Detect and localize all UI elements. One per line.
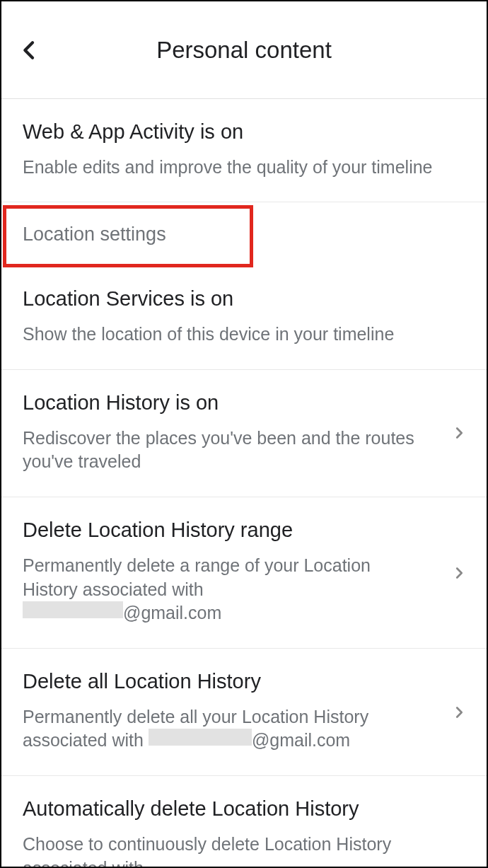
location-settings-label: Location settings: [23, 224, 465, 245]
location-history-title: Location History is on: [23, 390, 430, 417]
redacted-email-prefix: xxxxxx: [23, 601, 123, 618]
location-settings-header: Location settings: [1, 202, 487, 255]
email-suffix: @gmail.com: [123, 603, 221, 623]
header: Personal content: [1, 1, 487, 99]
delete-all-location-row[interactable]: Delete all Location History Permanently …: [1, 649, 487, 776]
location-history-row[interactable]: Location History is on Rediscover the pl…: [1, 370, 487, 497]
web-app-activity-subtitle: Enable edits and improve the quality of …: [23, 156, 465, 180]
delete-location-range-row[interactable]: Delete Location History range Permanentl…: [1, 497, 487, 649]
auto-delete-location-row[interactable]: Automatically delete Location History Ch…: [1, 776, 487, 868]
auto-delete-location-title: Automatically delete Location History: [23, 796, 430, 823]
auto-delete-location-subtitle: Choose to continuously delete Location H…: [23, 833, 430, 868]
delete-location-range-subtitle: Permanently delete a range of your Locat…: [23, 554, 430, 625]
location-services-row[interactable]: Location Services is on Show the locatio…: [1, 255, 487, 369]
redacted-email-prefix: xxxxxx: [149, 729, 252, 746]
back-icon[interactable]: [18, 39, 41, 62]
web-app-activity-title: Web & App Activity is on: [23, 119, 465, 146]
location-services-subtitle: Show the location of this device in your…: [23, 323, 465, 347]
delete-location-range-title: Delete Location History range: [23, 517, 430, 544]
chevron-right-icon: [451, 425, 467, 441]
delete-all-location-title: Delete all Location History: [23, 669, 430, 695]
email-suffix: @gmail.com: [252, 730, 350, 750]
chevron-right-icon: [451, 705, 467, 720]
delete-range-text: Permanently delete a range of your Locat…: [23, 555, 371, 599]
web-app-activity-row[interactable]: Web & App Activity is on Enable edits an…: [1, 99, 487, 202]
chevron-right-icon: [451, 565, 467, 581]
page-title: Personal content: [16, 37, 472, 64]
location-services-title: Location Services is on: [23, 286, 465, 313]
location-history-subtitle: Rediscover the places you've been and th…: [23, 427, 430, 475]
delete-all-location-subtitle: Permanently delete all your Location His…: [23, 705, 430, 753]
